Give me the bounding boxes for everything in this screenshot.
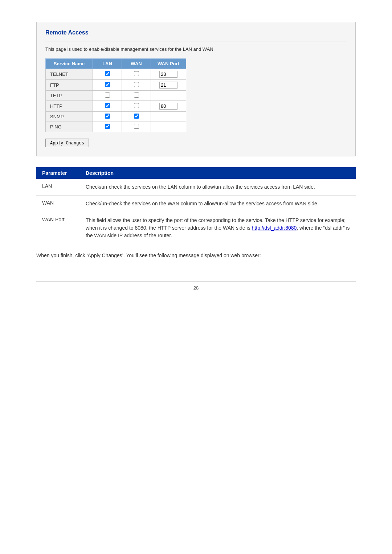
- col-header-wan: WAN: [122, 59, 151, 69]
- wanport-input[interactable]: [159, 71, 177, 78]
- param-row-lan: LAN Check/un-check the services on the L…: [36, 179, 356, 196]
- service-name-cell: SNMP: [46, 112, 93, 122]
- service-row: TFTP: [46, 91, 186, 101]
- param-header: Parameter: [36, 167, 80, 179]
- service-table: Service Name LAN WAN WAN Port TELNETFTPT…: [45, 58, 186, 132]
- lan-checkbox[interactable]: [105, 93, 110, 98]
- wanport-input[interactable]: [159, 103, 177, 110]
- lan-checkbox[interactable]: [105, 114, 110, 119]
- service-name-cell: PING: [46, 122, 93, 132]
- lan-checkbox-cell[interactable]: [93, 122, 122, 132]
- lan-checkbox-cell[interactable]: [93, 101, 122, 112]
- lan-checkbox[interactable]: [105, 124, 110, 129]
- wan-checkbox[interactable]: [134, 93, 139, 98]
- service-row: PING: [46, 122, 186, 132]
- wanport-cell[interactable]: [151, 69, 186, 80]
- wan-checkbox[interactable]: [134, 82, 139, 87]
- panel-title: Remote Access: [45, 29, 347, 36]
- service-name-cell: TELNET: [46, 69, 93, 80]
- param-desc-wanport: This field allows the user to specify th…: [80, 212, 356, 244]
- param-desc-wan: Check/un-check the services on the WAN c…: [80, 196, 356, 212]
- wanport-cell: [151, 112, 186, 122]
- param-desc-lan: Check/un-check the services on the LAN c…: [80, 179, 356, 196]
- finish-text-content: When you finish, click ‘Apply Changes’. …: [36, 253, 261, 258]
- panel-description: This page is used to enable/disable mana…: [45, 46, 347, 52]
- param-name-wanport: WAN Port: [36, 212, 80, 244]
- lan-checkbox-cell[interactable]: [93, 69, 122, 80]
- wan-checkbox-cell[interactable]: [122, 122, 151, 132]
- param-row-wan: WAN Check/un-check the services on the W…: [36, 196, 356, 212]
- wan-checkbox-cell[interactable]: [122, 101, 151, 112]
- wan-checkbox[interactable]: [134, 124, 139, 129]
- lan-checkbox-cell[interactable]: [93, 91, 122, 101]
- remote-access-panel: Remote Access This page is used to enabl…: [36, 22, 356, 156]
- lan-checkbox[interactable]: [105, 82, 110, 87]
- service-row: FTP: [46, 80, 186, 91]
- param-name-wan: WAN: [36, 196, 80, 212]
- col-header-service: Service Name: [46, 59, 93, 69]
- param-row-wanport: WAN Port This field allows the user to s…: [36, 212, 356, 244]
- param-desc-table: Parameter Description LAN Check/un-check…: [36, 167, 356, 244]
- col-header-wanport: WAN Port: [151, 59, 186, 69]
- lan-checkbox-cell[interactable]: [93, 80, 122, 91]
- wanport-cell[interactable]: [151, 101, 186, 112]
- lan-checkbox-cell[interactable]: [93, 112, 122, 122]
- param-name-lan: LAN: [36, 179, 80, 196]
- service-name-cell: HTTP: [46, 101, 93, 112]
- wan-checkbox-cell[interactable]: [122, 112, 151, 122]
- wan-checkbox-cell[interactable]: [122, 91, 151, 101]
- service-name-cell: FTP: [46, 80, 93, 91]
- page-number: 28: [193, 285, 199, 291]
- finish-text: When you finish, click ‘Apply Changes’. …: [36, 251, 356, 259]
- service-row: SNMP: [46, 112, 186, 122]
- wanport-input[interactable]: [159, 82, 177, 89]
- service-row: HTTP: [46, 101, 186, 112]
- panel-divider: [45, 41, 347, 41]
- wan-checkbox[interactable]: [134, 114, 139, 119]
- service-row: TELNET: [46, 69, 186, 80]
- lan-checkbox[interactable]: [105, 103, 110, 108]
- desc-header: Description: [80, 167, 356, 179]
- wan-checkbox[interactable]: [134, 71, 139, 76]
- wan-checkbox[interactable]: [134, 103, 139, 108]
- wanport-cell: [151, 91, 186, 101]
- wanport-link[interactable]: http://dsl_addr:8080: [252, 225, 297, 231]
- wan-checkbox-cell[interactable]: [122, 80, 151, 91]
- wanport-cell[interactable]: [151, 80, 186, 91]
- service-name-cell: TFTP: [46, 91, 93, 101]
- lan-checkbox[interactable]: [105, 71, 110, 76]
- apply-changes-button[interactable]: Apply Changes: [45, 139, 89, 147]
- col-header-lan: LAN: [93, 59, 122, 69]
- wan-checkbox-cell[interactable]: [122, 69, 151, 80]
- wanport-cell: [151, 122, 186, 132]
- page-footer: 28: [36, 281, 356, 291]
